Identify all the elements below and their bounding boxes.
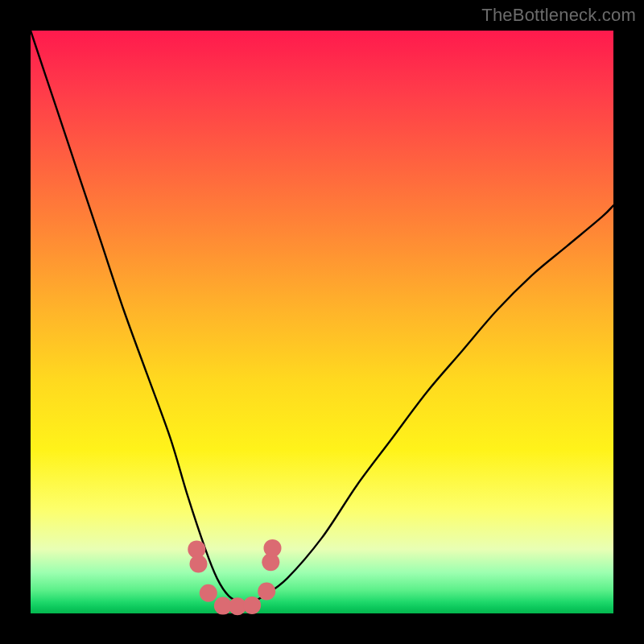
bottleneck-curve [31,31,613,602]
highlight-dot [200,584,217,602]
highlight-dots [188,539,281,615]
watermark-text: TheBottleneck.com [481,5,636,26]
chart-frame: TheBottleneck.com [0,0,644,644]
chart-svg [31,31,613,613]
plot-area [31,31,613,613]
highlight-dot [243,597,261,614]
highlight-dot [264,539,282,557]
highlight-dot [190,555,208,573]
highlight-dot [258,583,275,601]
